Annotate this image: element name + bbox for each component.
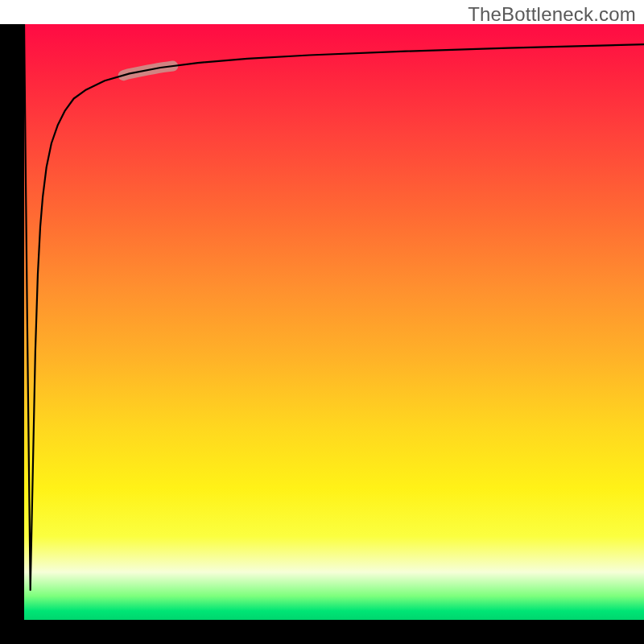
chart-root: TheBottleneck.com	[0, 0, 644, 644]
bottleneck-curve	[24, 24, 644, 590]
watermark-text: TheBottleneck.com	[468, 3, 636, 26]
axis-left-border	[0, 24, 24, 644]
axis-bottom-border	[0, 620, 644, 644]
curve-layer	[24, 24, 644, 620]
